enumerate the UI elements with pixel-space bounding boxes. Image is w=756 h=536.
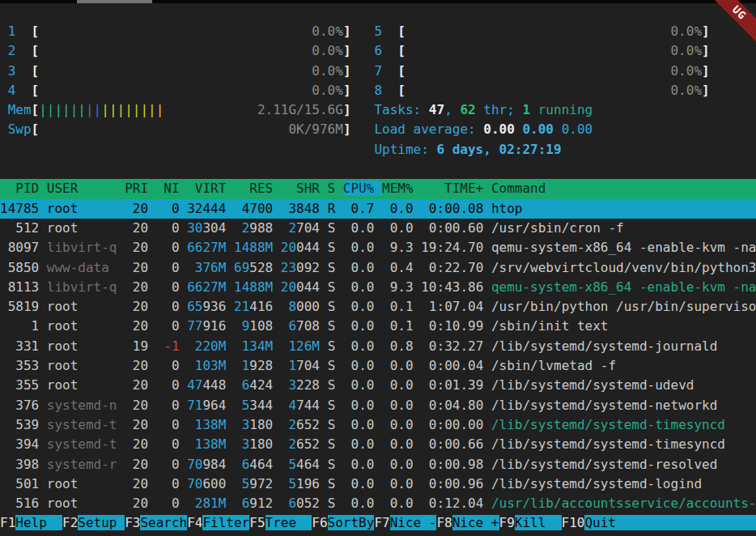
process-row-331[interactable]: 331 root 19 -1 220M 134M 126M S 0.0 0.8 … xyxy=(0,337,756,356)
fkey-label-sortby[interactable]: SortBy xyxy=(328,515,375,530)
cpu-pct: 0.7 xyxy=(343,201,382,216)
text xyxy=(320,279,328,295)
fkey-label-nice-[interactable]: Nice - xyxy=(390,515,437,530)
cpu4-value: 0.0% xyxy=(39,83,343,98)
time: 0:00.04 xyxy=(421,358,491,373)
col-RES[interactable]: RES xyxy=(234,181,281,196)
cpu8-label: 8 xyxy=(374,83,382,98)
col-NI[interactable]: NI xyxy=(156,181,188,196)
fkey-f2[interactable]: F2 xyxy=(62,515,78,530)
table-header-row[interactable]: PID USER PRI NI VIRT RES SHR S CPU% MEM%… xyxy=(0,179,756,198)
mem-lo: 600 xyxy=(202,476,226,491)
fkey-f4[interactable]: F4 xyxy=(187,515,202,530)
text xyxy=(320,476,328,491)
mem-hi: 5 xyxy=(281,476,296,491)
process-row-512[interactable]: 512 root 20 0 30304 2988 2704 S 0.0 0.0 … xyxy=(0,219,756,238)
meter-bracket: [ xyxy=(397,83,406,98)
col-MEM[interactable]: MEM% xyxy=(382,181,421,196)
mem-lo: 704 xyxy=(296,358,320,373)
col-SHR[interactable]: SHR xyxy=(281,181,328,196)
fkey-f8[interactable]: F8 xyxy=(436,515,452,530)
mem-hi: 376M xyxy=(187,260,226,275)
pid: 5850 xyxy=(0,260,47,275)
mem-pct: 0.0 xyxy=(382,436,421,452)
process-row-8097[interactable]: 8097 libvirt-q 20 0 6627M 1488M 20044 S … xyxy=(0,238,756,257)
mem-hi: 126M xyxy=(281,338,320,354)
fkey-label-nice-[interactable]: Nice + xyxy=(452,515,499,530)
nice: 0 xyxy=(156,279,188,295)
process-row-516[interactable]: 516 root 20 0 281M 6912 6052 S 0.0 0.0 0… xyxy=(0,494,756,513)
cpu1-value: 0.0% xyxy=(39,23,343,39)
fkey-label-kill[interactable]: Kill xyxy=(515,515,562,530)
col-PID[interactable]: PID xyxy=(0,181,47,196)
cpu-pct: 0.0 xyxy=(343,338,382,354)
col-USER[interactable]: USER xyxy=(47,181,125,196)
pri: 20 xyxy=(125,220,156,236)
process-row-353[interactable]: 353 root 20 0 103M 1928 1704 S 0.0 0.0 0… xyxy=(0,356,756,376)
fkey-f10[interactable]: F10 xyxy=(562,515,585,530)
text xyxy=(273,436,281,452)
meter-bracket: ] xyxy=(702,23,710,39)
col-Command[interactable]: Command xyxy=(491,181,546,196)
col-VIRT[interactable]: VIRT xyxy=(187,181,234,196)
pid: 512 xyxy=(0,220,47,236)
text xyxy=(226,299,234,314)
col-TIME+[interactable]: TIME+ xyxy=(421,181,491,196)
pid: 14785 xyxy=(0,201,47,216)
time: 0:00.60 xyxy=(421,220,491,236)
fkey-f5[interactable]: F5 xyxy=(249,515,265,530)
fkey-f3[interactable]: F3 xyxy=(125,515,140,530)
fkey-label-search[interactable]: Search xyxy=(140,515,187,530)
text xyxy=(320,417,328,432)
uptime-value: 6 days, 02:27:19 xyxy=(436,142,561,157)
process-row-8113[interactable]: 8113 libvirt-q 20 0 6627M 1488M 20044 S … xyxy=(0,278,756,297)
mem-lo: 424 xyxy=(249,377,273,393)
mem-lo: 464 xyxy=(296,457,320,472)
process-row-501[interactable]: 501 root 20 0 70600 5972 5196 S 0.0 0.0 … xyxy=(0,474,756,494)
col-S[interactable]: S xyxy=(328,181,343,196)
cpu4-label: 4 xyxy=(8,83,16,98)
process-row-394[interactable]: 394 systemd-t 20 0 138M 3180 2652 S 0.0 … xyxy=(0,435,756,454)
text xyxy=(226,240,234,255)
mem-hi: 1 xyxy=(234,358,249,373)
mem-pct: 0.1 xyxy=(382,318,421,334)
col-CPU[interactable]: CPU% xyxy=(343,181,382,196)
fkey-label-tree[interactable]: Tree xyxy=(265,515,312,530)
process-row-5819[interactable]: 5819 root 20 0 65936 21416 8000 S 0.0 0.… xyxy=(0,297,756,317)
command: /lib/systemd/systemd-resolved xyxy=(491,457,717,472)
pid: 398 xyxy=(0,457,47,472)
fkey-label-help[interactable]: Help xyxy=(15,515,62,530)
mem-pct: 0.0 xyxy=(382,476,421,491)
col-PRI[interactable]: PRI xyxy=(125,181,156,196)
process-row-5850[interactable]: 5850 www-data 20 0 376M 69528 23092 S 0.… xyxy=(0,258,756,278)
fkey-bar[interactable]: F1Help F2Setup F3SearchF4FilterF5Tree F6… xyxy=(0,513,756,533)
mem-pct: 0.4 xyxy=(382,260,421,275)
cpu-pct: 0.0 xyxy=(343,476,382,491)
text xyxy=(351,121,375,137)
meter-bracket: [ xyxy=(397,23,406,39)
meter-bracket: ] xyxy=(343,121,351,137)
time: 0:04.80 xyxy=(421,398,491,413)
process-row-539[interactable]: 539 systemd-t 20 0 138M 3180 2652 S 0.0 … xyxy=(0,415,756,435)
cpu-pct: 0.0 xyxy=(343,318,382,334)
fkey-f1[interactable]: F1 xyxy=(0,515,15,530)
fkey-f9[interactable]: F9 xyxy=(499,515,515,530)
load-15min: 0.00 xyxy=(562,121,593,137)
fkey-label-quit[interactable]: Quit xyxy=(584,515,756,530)
process-row-398[interactable]: 398 systemd-r 20 0 70984 6464 5464 S 0.0… xyxy=(0,455,756,474)
time: 0:12.04 xyxy=(421,496,491,511)
fkey-label-setup[interactable]: Setup xyxy=(78,515,125,530)
process-row-355[interactable]: 355 root 20 0 47448 6424 3228 S 0.0 0.0 … xyxy=(0,376,756,395)
fkey-f6[interactable]: F6 xyxy=(312,515,327,530)
process-row-1[interactable]: 1 root 20 0 77916 9108 6708 S 0.0 0.1 0:… xyxy=(0,317,756,336)
fkey-f7[interactable]: F7 xyxy=(374,515,389,530)
process-row-14785[interactable]: 14785 root 20 0 32444 4700 3848 R 0.7 0.… xyxy=(0,199,756,219)
text xyxy=(15,83,31,98)
fkey-label-filter[interactable]: Filter xyxy=(202,515,249,530)
cpu-pct: 0.0 xyxy=(343,457,382,472)
pri: 20 xyxy=(125,201,156,216)
state: S xyxy=(328,436,343,452)
process-row-376[interactable]: 376 systemd-n 20 0 71964 5344 4744 S 0.0… xyxy=(0,396,756,415)
text: , xyxy=(444,102,460,117)
mem-lo: 416 xyxy=(249,299,273,314)
